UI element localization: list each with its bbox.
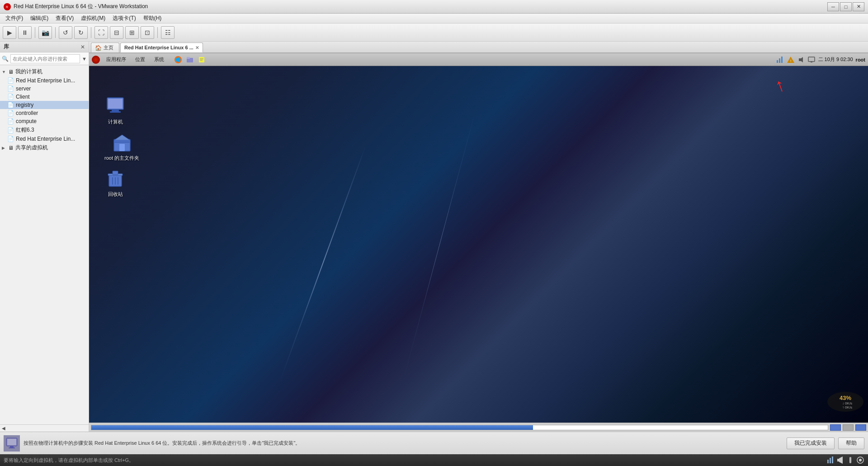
sidebar-item-rhel1[interactable]: 📄 Red Hat Enterprise Lin... [0, 76, 89, 85]
volume-icon[interactable] [797, 56, 805, 63]
vm-display[interactable]: 应用程序 位置 系统 ! 二 10月 9 02:30 root [89, 53, 868, 432]
rhel-taskbar-right: ! 二 10月 9 02:30 root [776, 56, 865, 64]
tab-rhel[interactable]: Red Hat Enterprise Linux 6 ... ✕ [120, 43, 203, 52]
content-area: 🏠 主页 Red Hat Enterprise Linux 6 ... ✕ 应用… [89, 42, 868, 432]
toolbar-forward-btn[interactable]: ↻ [74, 26, 88, 39]
svg-rect-6 [199, 57, 204, 62]
sidebar-tree: ▼ 🖥 我的计算机 📄 Red Hat Enterprise Lin... 📄 … [0, 65, 89, 424]
sidebar-item-compute[interactable]: 📄 compute [0, 117, 89, 125]
network-down: ↓ 0K/s [842, 401, 852, 405]
computer-icon: 🖥 [8, 69, 14, 75]
computer-icon-label: 计算机 [108, 119, 123, 125]
rhel-locations-menu[interactable]: 位置 [132, 55, 148, 64]
tab-home[interactable]: 🏠 主页 [91, 43, 119, 52]
folder-tray-icon[interactable] [186, 56, 194, 64]
maximize-button[interactable]: □ [840, 2, 852, 11]
help-button[interactable]: 帮助 [838, 437, 864, 449]
sidebar-item-server[interactable]: 📄 server [0, 85, 89, 93]
sidebar-item-my-computer[interactable]: ▼ 🖥 我的计算机 [0, 67, 89, 76]
rhel-desktop[interactable]: ↑ 计算机 [89, 66, 868, 423]
status-bar: 按照在物理计算机中的步骤安装 Red Hat Enterprise Linux … [0, 432, 868, 454]
bottom-hint-text: 要将输入定向到虚拟机，请在虚拟机内部单击或按 Ctrl+G。 [4, 457, 825, 464]
sidebar-item-label: 红帽6.3 [16, 126, 34, 134]
sidebar-scroll-left[interactable]: ◀ [2, 426, 5, 431]
alert-icon[interactable]: ! [787, 56, 795, 64]
vm-folder-icon: 📄 [7, 127, 14, 133]
tab-rhel-close[interactable]: ✕ [195, 45, 199, 50]
svg-rect-38 [837, 459, 839, 461]
toolbar-sep3 [91, 27, 91, 38]
menu-tab[interactable]: 选项卡(T) [109, 14, 139, 23]
close-button[interactable]: ✕ [853, 2, 864, 11]
tab-home-label: 主页 [104, 44, 113, 51]
search-input[interactable] [10, 54, 80, 63]
vm-folder-icon: 📄 [7, 110, 14, 116]
progress-btn-2[interactable] [843, 424, 854, 431]
rhel-system-menu[interactable]: 系统 [151, 55, 167, 64]
sidebar-item-registry[interactable]: 📄 registry [0, 101, 89, 109]
toolbar-sep4 [157, 27, 158, 38]
toolbar-view3-btn[interactable]: ⊡ [141, 26, 154, 39]
sidebar-close-button[interactable]: ✕ [80, 44, 85, 50]
search-icon: 🔍 [2, 56, 9, 62]
sidebar-footer: ◀ [0, 424, 89, 432]
menu-vm[interactable]: 虚拟机(M) [77, 14, 109, 23]
toolbar-pause-btn[interactable]: ⏸ [18, 26, 32, 39]
progress-btn-1[interactable] [830, 424, 841, 431]
svg-rect-5 [187, 57, 190, 59]
toolbar-unity-btn[interactable]: ☷ [161, 26, 175, 39]
toolbar-restore-btn[interactable]: ↺ [59, 26, 72, 39]
menu-view[interactable]: 查看(V) [52, 14, 77, 23]
home-icon: 🏠 [95, 45, 102, 51]
svg-rect-34 [9, 447, 15, 448]
home-folder-icon [111, 131, 133, 153]
edit-tray-icon[interactable] [198, 56, 206, 64]
title-bar: R Red Hat Enterprise Linux 6 64 位 - VMwa… [0, 0, 868, 14]
vm-folder-icon: 📄 [7, 118, 14, 124]
menu-file[interactable]: 文件(F) [2, 14, 27, 23]
vm-screen[interactable]: 应用程序 位置 系统 ! 二 10月 9 02:30 root [89, 53, 868, 432]
sidebar-item-redhat63[interactable]: 📄 红帽6.3 [0, 125, 89, 135]
bottom-settings-icon[interactable] [856, 456, 864, 464]
svg-text:R: R [6, 5, 8, 9]
svg-rect-36 [830, 458, 831, 463]
desktop-icon-home[interactable]: root 的主文件夹 [103, 129, 141, 163]
svg-rect-9 [777, 60, 778, 63]
minimize-button[interactable]: ─ [827, 2, 839, 11]
display-icon[interactable] [807, 56, 816, 64]
network-icon[interactable] [776, 56, 784, 64]
toolbar-view1-btn[interactable]: ⊟ [110, 26, 123, 39]
sidebar-item-client[interactable]: 📄 Client [0, 93, 89, 101]
progress-btn-3[interactable] [855, 424, 866, 431]
rhel-app-menu[interactable]: 应用程序 [104, 55, 129, 64]
bottom-audio-icon[interactable] [836, 456, 844, 464]
toolbar-snap-btn[interactable]: 📷 [38, 26, 52, 39]
sidebar-item-controller[interactable]: 📄 controller [0, 109, 89, 117]
bottom-network-icon[interactable] [826, 456, 835, 464]
desktop-icon-computer[interactable]: 计算机 [103, 93, 128, 127]
menu-help[interactable]: 帮助(H) [140, 14, 165, 23]
shared-icon: 🖥 [8, 145, 14, 151]
menu-edit[interactable]: 编辑(E) [27, 14, 52, 23]
sidebar-item-shared-vms[interactable]: ▶ 🖥 共享的虚拟机 [0, 143, 89, 152]
desktop-icon-trash[interactable]: 回收站 [103, 166, 128, 200]
window-title: Red Hat Enterprise Linux 6 64 位 - VMware… [14, 3, 148, 10]
network-speed-widget: 43% ↓ 0K/s ↑ 0K/s [827, 392, 863, 412]
toolbar-view2-btn[interactable]: ⊞ [125, 26, 139, 39]
main-layout: 库 ✕ 🔍 ▼ ▼ 🖥 我的计算机 📄 Red Hat Enterprise L… [0, 42, 868, 432]
toolbar-fullscreen-btn[interactable]: ⛶ [94, 26, 108, 39]
sidebar-item-label: Red Hat Enterprise Lin... [16, 136, 75, 142]
firefox-icon[interactable] [174, 56, 182, 64]
toolbar-sep2 [55, 27, 56, 38]
search-dropdown-icon[interactable]: ▼ [82, 56, 87, 62]
toolbar-power-btn[interactable]: ▶ [3, 26, 16, 39]
complete-install-button[interactable]: 我已完成安装 [787, 437, 835, 449]
progress-bar-fill [91, 425, 533, 430]
bottom-usb-icon[interactable] [846, 456, 854, 464]
tabs-bar: 🏠 主页 Red Hat Enterprise Linux 6 ... ✕ [89, 42, 868, 53]
my-computer-label: 我的计算机 [15, 68, 42, 76]
window-controls[interactable]: ─ □ ✕ [827, 2, 864, 11]
svg-rect-20 [110, 111, 121, 113]
light-streak-1 [280, 145, 367, 380]
sidebar-item-rhel2[interactable]: 📄 Red Hat Enterprise Lin... [0, 135, 89, 143]
